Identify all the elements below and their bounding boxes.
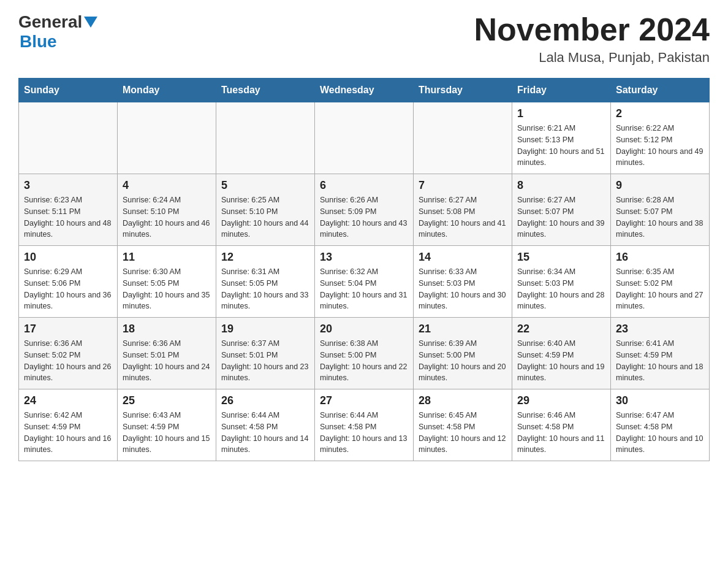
- day-info: Sunrise: 6:40 AMSunset: 4:59 PMDaylight:…: [517, 338, 605, 384]
- day-info: Sunrise: 6:21 AMSunset: 5:13 PMDaylight:…: [517, 123, 605, 169]
- day-info: Sunrise: 6:28 AMSunset: 5:07 PMDaylight:…: [616, 194, 704, 240]
- table-row: 12Sunrise: 6:31 AMSunset: 5:05 PMDayligh…: [216, 246, 315, 318]
- table-row: 14Sunrise: 6:33 AMSunset: 5:03 PMDayligh…: [414, 246, 512, 318]
- day-info: Sunrise: 6:22 AMSunset: 5:12 PMDaylight:…: [616, 123, 704, 169]
- day-number: 3: [24, 179, 112, 192]
- table-row: 11Sunrise: 6:30 AMSunset: 5:05 PMDayligh…: [118, 246, 216, 318]
- day-number: 26: [221, 394, 309, 407]
- day-number: 14: [419, 251, 507, 264]
- day-info: Sunrise: 6:44 AMSunset: 4:58 PMDaylight:…: [221, 410, 309, 456]
- day-info: Sunrise: 6:38 AMSunset: 5:00 PMDaylight:…: [320, 338, 408, 384]
- day-number: 7: [419, 179, 507, 192]
- table-row: 25Sunrise: 6:43 AMSunset: 4:59 PMDayligh…: [118, 389, 216, 461]
- table-row: 20Sunrise: 6:38 AMSunset: 5:00 PMDayligh…: [315, 318, 414, 389]
- day-info: Sunrise: 6:41 AMSunset: 4:59 PMDaylight:…: [616, 338, 704, 384]
- day-info: Sunrise: 6:30 AMSunset: 5:05 PMDaylight:…: [123, 266, 211, 312]
- header-tuesday: Tuesday: [216, 79, 315, 102]
- day-info: Sunrise: 6:27 AMSunset: 5:08 PMDaylight:…: [419, 194, 507, 240]
- day-info: Sunrise: 6:36 AMSunset: 5:01 PMDaylight:…: [123, 338, 211, 384]
- day-info: Sunrise: 6:39 AMSunset: 5:00 PMDaylight:…: [419, 338, 507, 384]
- table-row: 10Sunrise: 6:29 AMSunset: 5:06 PMDayligh…: [19, 246, 118, 318]
- day-info: Sunrise: 6:33 AMSunset: 5:03 PMDaylight:…: [419, 266, 507, 312]
- table-row: 21Sunrise: 6:39 AMSunset: 5:00 PMDayligh…: [414, 318, 512, 389]
- day-number: 29: [517, 394, 605, 407]
- day-number: 2: [616, 107, 704, 120]
- table-row: 2Sunrise: 6:22 AMSunset: 5:12 PMDaylight…: [611, 102, 710, 174]
- table-row: 30Sunrise: 6:47 AMSunset: 4:58 PMDayligh…: [611, 389, 710, 461]
- logo-general-text: General: [18, 12, 82, 32]
- day-number: 22: [517, 323, 605, 335]
- table-row: 15Sunrise: 6:34 AMSunset: 5:03 PMDayligh…: [512, 246, 611, 318]
- table-row: 6Sunrise: 6:26 AMSunset: 5:09 PMDaylight…: [315, 174, 414, 246]
- day-info: Sunrise: 6:25 AMSunset: 5:10 PMDaylight:…: [221, 194, 309, 240]
- calendar-week-row: 1Sunrise: 6:21 AMSunset: 5:13 PMDaylight…: [19, 102, 710, 174]
- day-number: 24: [24, 394, 112, 407]
- day-number: 6: [320, 179, 408, 192]
- table-row: 4Sunrise: 6:24 AMSunset: 5:10 PMDaylight…: [118, 174, 216, 246]
- header-monday: Monday: [118, 79, 216, 102]
- table-row: [216, 102, 315, 174]
- header-thursday: Thursday: [414, 79, 512, 102]
- header-wednesday: Wednesday: [315, 79, 414, 102]
- day-number: 20: [320, 323, 408, 335]
- table-row: [118, 102, 216, 174]
- calendar-week-row: 24Sunrise: 6:42 AMSunset: 4:59 PMDayligh…: [19, 389, 710, 461]
- day-info: Sunrise: 6:23 AMSunset: 5:11 PMDaylight:…: [24, 194, 112, 240]
- table-row: 16Sunrise: 6:35 AMSunset: 5:02 PMDayligh…: [611, 246, 710, 318]
- table-row: 5Sunrise: 6:25 AMSunset: 5:10 PMDaylight…: [216, 174, 315, 246]
- logo-arrow-icon: [84, 17, 97, 30]
- table-row: [414, 102, 512, 174]
- title-section: November 2024 Lala Musa, Punjab, Pakista…: [474, 12, 710, 66]
- table-row: 13Sunrise: 6:32 AMSunset: 5:04 PMDayligh…: [315, 246, 414, 318]
- table-row: 8Sunrise: 6:27 AMSunset: 5:07 PMDaylight…: [512, 174, 611, 246]
- header-saturday: Saturday: [611, 79, 710, 102]
- table-row: [19, 102, 118, 174]
- day-info: Sunrise: 6:36 AMSunset: 5:02 PMDaylight:…: [24, 338, 112, 384]
- table-row: 9Sunrise: 6:28 AMSunset: 5:07 PMDaylight…: [611, 174, 710, 246]
- day-info: Sunrise: 6:29 AMSunset: 5:06 PMDaylight:…: [24, 266, 112, 312]
- page-header: General Blue November 2024 Lala Musa, Pu…: [18, 12, 710, 66]
- table-row: [315, 102, 414, 174]
- calendar-week-row: 10Sunrise: 6:29 AMSunset: 5:06 PMDayligh…: [19, 246, 710, 318]
- day-info: Sunrise: 6:42 AMSunset: 4:59 PMDaylight:…: [24, 410, 112, 456]
- header-friday: Friday: [512, 79, 611, 102]
- day-number: 30: [616, 394, 704, 407]
- calendar-week-row: 3Sunrise: 6:23 AMSunset: 5:11 PMDaylight…: [19, 174, 710, 246]
- table-row: 27Sunrise: 6:44 AMSunset: 4:58 PMDayligh…: [315, 389, 414, 461]
- day-info: Sunrise: 6:32 AMSunset: 5:04 PMDaylight:…: [320, 266, 408, 312]
- logo-blue-text: Blue: [20, 32, 97, 52]
- table-row: 26Sunrise: 6:44 AMSunset: 4:58 PMDayligh…: [216, 389, 315, 461]
- day-number: 15: [517, 251, 605, 264]
- day-number: 8: [517, 179, 605, 192]
- day-info: Sunrise: 6:31 AMSunset: 5:05 PMDaylight:…: [221, 266, 309, 312]
- day-info: Sunrise: 6:47 AMSunset: 4:58 PMDaylight:…: [616, 410, 704, 456]
- day-number: 28: [419, 394, 507, 407]
- location-title: Lala Musa, Punjab, Pakistan: [474, 50, 710, 66]
- day-number: 27: [320, 394, 408, 407]
- calendar-table: Sunday Monday Tuesday Wednesday Thursday…: [18, 78, 710, 461]
- days-header-row: Sunday Monday Tuesday Wednesday Thursday…: [19, 79, 710, 102]
- table-row: 7Sunrise: 6:27 AMSunset: 5:08 PMDaylight…: [414, 174, 512, 246]
- day-number: 16: [616, 251, 704, 264]
- svg-marker-0: [84, 17, 97, 28]
- day-info: Sunrise: 6:24 AMSunset: 5:10 PMDaylight:…: [123, 194, 211, 240]
- table-row: 29Sunrise: 6:46 AMSunset: 4:58 PMDayligh…: [512, 389, 611, 461]
- day-number: 18: [123, 323, 211, 335]
- day-number: 10: [24, 251, 112, 264]
- calendar-week-row: 17Sunrise: 6:36 AMSunset: 5:02 PMDayligh…: [19, 318, 710, 389]
- table-row: 24Sunrise: 6:42 AMSunset: 4:59 PMDayligh…: [19, 389, 118, 461]
- day-number: 9: [616, 179, 704, 192]
- table-row: 28Sunrise: 6:45 AMSunset: 4:58 PMDayligh…: [414, 389, 512, 461]
- day-info: Sunrise: 6:46 AMSunset: 4:58 PMDaylight:…: [517, 410, 605, 456]
- day-number: 5: [221, 179, 309, 192]
- day-info: Sunrise: 6:26 AMSunset: 5:09 PMDaylight:…: [320, 194, 408, 240]
- table-row: 18Sunrise: 6:36 AMSunset: 5:01 PMDayligh…: [118, 318, 216, 389]
- day-number: 4: [123, 179, 211, 192]
- table-row: 1Sunrise: 6:21 AMSunset: 5:13 PMDaylight…: [512, 102, 611, 174]
- day-number: 13: [320, 251, 408, 264]
- day-info: Sunrise: 6:44 AMSunset: 4:58 PMDaylight:…: [320, 410, 408, 456]
- day-number: 19: [221, 323, 309, 335]
- day-number: 17: [24, 323, 112, 335]
- table-row: 22Sunrise: 6:40 AMSunset: 4:59 PMDayligh…: [512, 318, 611, 389]
- day-number: 23: [616, 323, 704, 335]
